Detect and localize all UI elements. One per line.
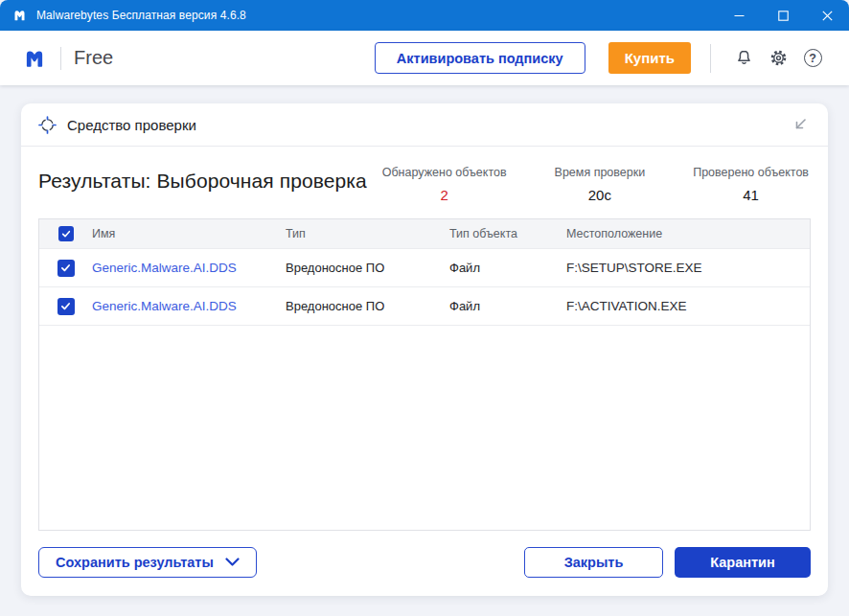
titlebar: Malwarebytes Бесплатная версия 4.6.8 (0, 0, 849, 31)
table-header-row: Имя Тип Тип объекта Местоположение (39, 219, 810, 248)
help-icon[interactable]: ? (795, 41, 830, 76)
table-empty-area (39, 325, 810, 530)
stat-value-scanned: 41 (693, 187, 809, 203)
quarantine-button[interactable]: Карантин (675, 547, 811, 578)
malwarebytes-logo-icon (21, 46, 48, 71)
save-results-label: Сохранить результаты (56, 555, 214, 570)
stat-scanned: Проверено объектов 41 (693, 166, 809, 203)
threat-name-link[interactable]: Generic.Malware.AI.DDS (92, 261, 286, 275)
row-checkbox[interactable] (57, 298, 75, 315)
stat-scan-time: Время проверки 20с (555, 166, 646, 203)
scan-stats: Обнаружено объектов 2 Время проверки 20с… (382, 166, 811, 203)
stat-value-detected: 2 (382, 187, 507, 203)
arrow-down-left-icon[interactable] (790, 114, 811, 135)
stat-detected: Обнаружено объектов 2 (382, 166, 507, 203)
results-table: Имя Тип Тип объекта Местоположение Gener… (38, 218, 811, 531)
threat-object-type: Файл (449, 261, 566, 275)
column-header-name[interactable]: Имя (92, 227, 286, 240)
results-heading: Результаты: Выборочная проверка (38, 166, 382, 193)
card-title: Средство проверки (67, 117, 790, 133)
stat-value-time: 20с (555, 187, 646, 203)
threat-type: Вредоносное ПО (286, 261, 449, 275)
table-row[interactable]: Generic.Malware.AI.DDS Вредоносное ПО Фа… (39, 286, 810, 325)
table-row[interactable]: Generic.Malware.AI.DDS Вредоносное ПО Фа… (39, 248, 810, 286)
row-checkbox[interactable] (57, 260, 75, 277)
card-footer: Сохранить результаты Закрыть Карантин (21, 531, 828, 596)
close-button[interactable] (805, 0, 849, 31)
close-results-button[interactable]: Закрыть (524, 547, 663, 578)
activate-subscription-button[interactable]: Активировать подписку (375, 42, 585, 74)
window-title: Malwarebytes Бесплатная версия 4.6.8 (36, 9, 246, 22)
column-header-type[interactable]: Тип (286, 227, 449, 240)
brand-divider (60, 47, 61, 70)
chevron-down-icon (225, 558, 240, 567)
threat-object-type: Файл (449, 299, 566, 313)
threat-type: Вредоносное ПО (286, 299, 449, 313)
column-header-object-type[interactable]: Тип объекта (449, 227, 566, 240)
minimize-button[interactable] (717, 0, 761, 31)
select-all-checkbox[interactable] (58, 226, 74, 241)
scanner-card: Средство проверки Результаты: Выборочная… (21, 103, 828, 596)
app-header: Free Активировать подписку Купить ? (0, 31, 849, 85)
bell-icon[interactable] (726, 41, 761, 76)
save-results-button[interactable]: Сохранить результаты (38, 547, 257, 578)
malwarebytes-logo-icon (11, 8, 28, 23)
crosshair-icon (38, 116, 57, 134)
buy-button[interactable]: Купить (608, 42, 691, 74)
app-window: Malwarebytes Бесплатная версия 4.6.8 Fre… (0, 0, 849, 616)
brand: Free (21, 46, 113, 71)
plan-name: Free (74, 47, 113, 69)
main-content: Средство проверки Результаты: Выборочная… (0, 85, 849, 616)
threat-location: F:\ACTIVATION.EXE (566, 299, 810, 313)
column-header-location[interactable]: Местоположение (566, 227, 810, 240)
threat-name-link[interactable]: Generic.Malware.AI.DDS (92, 299, 286, 313)
results-summary: Результаты: Выборочная проверка Обнаруже… (21, 147, 828, 215)
header-divider (710, 44, 711, 73)
threat-location: F:\SETUP\STORE.EXE (566, 261, 810, 275)
stat-label: Обнаружено объектов (382, 166, 507, 179)
stat-label: Проверено объектов (693, 166, 809, 179)
gear-icon[interactable] (761, 41, 795, 76)
scanner-card-header: Средство проверки (21, 103, 828, 147)
maximize-button[interactable] (761, 0, 805, 31)
stat-label: Время проверки (555, 166, 646, 179)
